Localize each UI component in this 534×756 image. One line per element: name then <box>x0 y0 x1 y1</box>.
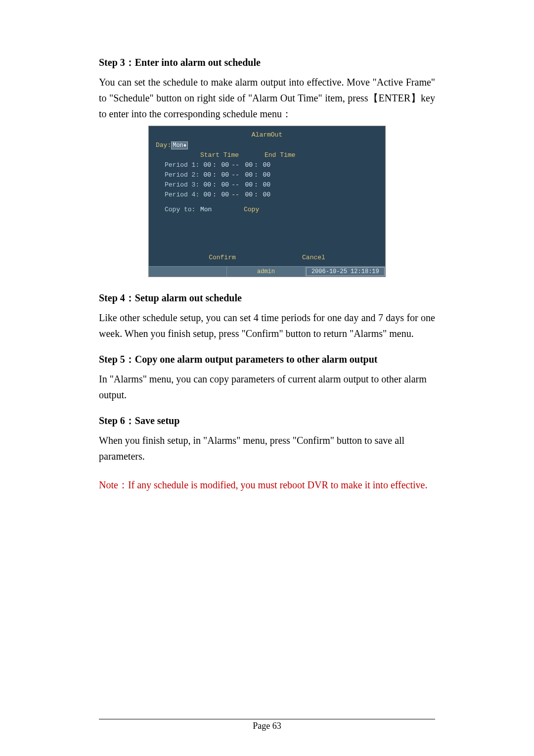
end-min-field[interactable]: 00 <box>260 181 270 189</box>
start-min-field[interactable]: 00 <box>218 161 229 169</box>
start-hour-field[interactable]: 00 <box>200 181 211 189</box>
start-hour-field[interactable]: 00 <box>200 161 211 169</box>
period-row: Period 1: 00 : 00 -- 00 : 00 <box>165 160 378 170</box>
day-selector[interactable]: Mon♦ <box>171 142 188 149</box>
cancel-button[interactable]: Cancel <box>302 254 325 261</box>
step3-body: You can set the schedule to make alarm o… <box>99 74 435 122</box>
copy-to-label: Copy to: <box>165 206 200 213</box>
period-row: Period 4: 00 : 00 -- 00 : 00 <box>165 189 378 199</box>
end-hour-field[interactable]: 00 <box>242 181 253 189</box>
page-number: Page 63 <box>0 721 534 731</box>
dvr-day-label: Day: <box>156 142 171 149</box>
end-min-field[interactable]: 00 <box>260 191 270 198</box>
period-label: Period 4: <box>165 191 200 198</box>
dvr-title: AlarmOut <box>156 131 378 139</box>
period-label: Period 3: <box>165 181 200 189</box>
start-min-field[interactable]: 00 <box>218 171 229 179</box>
step4-body: Like other schedule setup, you can set 4… <box>99 310 435 341</box>
footer-rule <box>99 719 435 719</box>
updown-arrows-icon: ♦ <box>183 142 187 148</box>
end-hour-field[interactable]: 00 <box>242 191 253 198</box>
period-label: Period 2: <box>165 171 200 179</box>
dvr-time-header: Start Time End Time <box>200 151 378 159</box>
dvr-screenshot: AlarmOut Day:Mon♦ Start Time End Time Pe… <box>148 126 386 277</box>
start-hour-field[interactable]: 00 <box>200 171 211 179</box>
step3-heading: Step 3：Enter into alarm out schedule <box>99 57 261 68</box>
end-hour-field[interactable]: 00 <box>242 171 253 179</box>
period-label: Period 1: <box>165 161 200 169</box>
period-row: Period 2: 00 : 00 -- 00 : 00 <box>165 170 378 180</box>
start-min-field[interactable]: 00 <box>218 191 229 198</box>
step5-heading: Step 5：Copy one alarm output parameters … <box>99 354 378 365</box>
step4-heading: Step 4：Setup alarm out schedule <box>99 292 242 303</box>
status-datetime: 2006-10-25 12:18:19 <box>306 267 385 276</box>
step6-body: When you finish setup, in "Alarms" menu,… <box>99 432 435 464</box>
note-text: Note：If any schedule is modified, you mu… <box>99 477 435 493</box>
step6-heading: Step 6：Save setup <box>99 415 179 426</box>
copy-to-selector[interactable]: Mon <box>200 206 244 213</box>
step5-body: In "Alarms" menu, you can copy parameter… <box>99 371 435 403</box>
end-hour-field[interactable]: 00 <box>242 161 253 169</box>
end-min-field[interactable]: 00 <box>260 161 270 169</box>
end-min-field[interactable]: 00 <box>260 171 270 179</box>
start-min-field[interactable]: 00 <box>218 181 229 189</box>
status-user: admin <box>227 267 305 277</box>
confirm-button[interactable]: Confirm <box>209 254 236 261</box>
period-row: Period 3: 00 : 00 -- 00 : 00 <box>165 180 378 189</box>
start-hour-field[interactable]: 00 <box>200 191 211 198</box>
dvr-status-bar: admin 2006-10-25 12:18:19 <box>149 266 385 277</box>
copy-button[interactable]: Copy <box>244 206 259 213</box>
